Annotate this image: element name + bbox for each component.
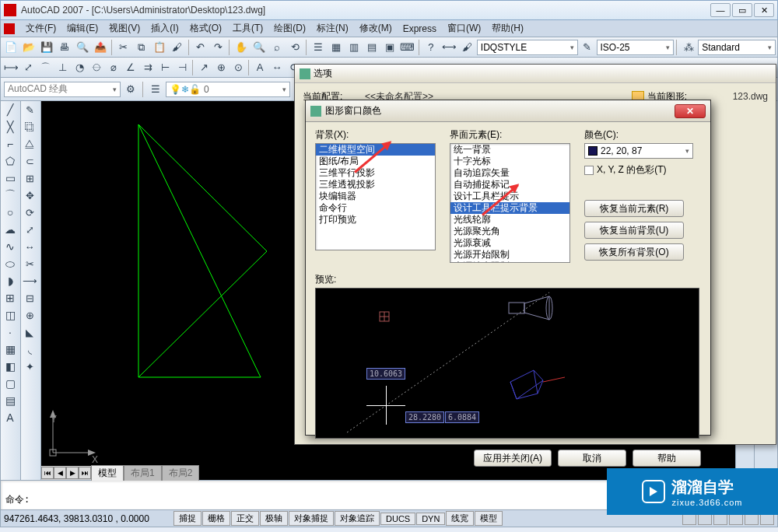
apply-close-button[interactable]: 应用并关闭(A): [474, 450, 552, 467]
menu-help[interactable]: 帮助(H): [487, 20, 528, 37]
preview-icon[interactable]: 🔍: [74, 39, 91, 56]
tab-prev-icon[interactable]: ◀: [54, 467, 66, 479]
rect-icon[interactable]: ▭: [1, 170, 19, 187]
tolerance-icon[interactable]: ⊕: [212, 59, 230, 76]
element-item[interactable]: 自动追踪矢量: [450, 167, 569, 179]
move-icon[interactable]: ✥: [21, 187, 38, 204]
lwt-toggle[interactable]: 线宽: [446, 511, 474, 526]
point-icon[interactable]: ·: [1, 324, 19, 341]
menu-express[interactable]: Express: [398, 22, 441, 36]
layer-props-icon[interactable]: ☰: [147, 81, 164, 98]
tab-next-icon[interactable]: ▶: [66, 467, 79, 479]
tab-model[interactable]: 模型: [91, 465, 124, 481]
markup-icon[interactable]: ▣: [381, 39, 398, 56]
xline-icon[interactable]: ╳: [1, 118, 19, 135]
context-listbox[interactable]: 二维模型空间图纸/布局三维平行投影三维透视投影块编辑器命令行打印预览: [315, 143, 436, 250]
ellipse-arc-icon[interactable]: ◗: [1, 272, 19, 289]
context-item[interactable]: 三维透视投影: [316, 179, 435, 191]
element-item[interactable]: 光源聚光角: [450, 226, 569, 237]
dim-aligned-icon[interactable]: ⤢: [19, 59, 37, 76]
join-icon[interactable]: ⊕: [21, 306, 38, 324]
workspace-select[interactable]: AutoCAD 经典 ▾: [4, 82, 121, 97]
array-icon[interactable]: ⊞: [21, 170, 38, 187]
region-icon[interactable]: ▢: [1, 375, 19, 392]
help-icon[interactable]: ?: [422, 39, 440, 56]
dim-arc-icon[interactable]: ⌒: [37, 59, 54, 76]
polygon-icon[interactable]: ⬠: [1, 152, 19, 170]
new-icon[interactable]: 📄: [2, 39, 19, 56]
grid-toggle[interactable]: 栅格: [202, 511, 230, 526]
undo-icon[interactable]: ↶: [192, 39, 209, 56]
pline-icon[interactable]: ⌐: [1, 135, 19, 152]
close-button[interactable]: ✕: [754, 3, 774, 17]
menu-edit[interactable]: 编辑(E): [62, 20, 103, 37]
block-icon[interactable]: ◫: [1, 306, 19, 324]
tab-layout1[interactable]: 布局1: [124, 465, 162, 481]
context-item[interactable]: 图纸/布局: [316, 156, 435, 167]
menu-file[interactable]: 文件(F): [21, 20, 61, 37]
dim-ordinate-icon[interactable]: ⊥: [54, 59, 71, 76]
save-icon[interactable]: 💾: [38, 39, 55, 56]
color-select[interactable]: 22, 20, 87 ▾: [584, 143, 693, 159]
fillet-icon[interactable]: ◟: [21, 341, 38, 358]
model-toggle[interactable]: 模型: [475, 511, 503, 526]
menu-view[interactable]: 视图(V): [104, 20, 145, 37]
offset-icon[interactable]: ⊂: [21, 152, 38, 170]
help-button[interactable]: 帮助: [633, 450, 701, 467]
explode-icon[interactable]: ✦: [21, 358, 38, 375]
menu-format[interactable]: 格式(O): [185, 20, 226, 37]
dyn-toggle[interactable]: DYN: [416, 513, 445, 525]
color-titlebar[interactable]: 图形窗口颜色 ✕: [306, 100, 710, 122]
menu-draw[interactable]: 绘图(D): [269, 20, 310, 37]
qdim-icon[interactable]: ⇉: [139, 59, 156, 76]
insert-icon[interactable]: ⊞: [1, 289, 19, 306]
element-item[interactable]: 设计工具栏提示背景: [450, 202, 569, 214]
ortho-toggle[interactable]: 正交: [231, 511, 259, 526]
props-icon[interactable]: ☰: [310, 39, 327, 56]
arc-icon[interactable]: ⌒: [1, 187, 19, 204]
extend-icon[interactable]: ⟶: [21, 272, 38, 289]
textstyle-select[interactable]: Standard ▾: [698, 40, 776, 55]
ellipse-icon[interactable]: ⬭: [1, 255, 19, 272]
plot-icon[interactable]: 🖶: [56, 39, 73, 56]
circle-icon[interactable]: ○: [1, 204, 19, 221]
sheet-icon[interactable]: ▤: [363, 39, 380, 56]
iso-select[interactable]: ISO-25 ▾: [597, 40, 675, 55]
continue-icon[interactable]: ⊣: [173, 59, 191, 76]
element-item[interactable]: 统一背景: [450, 144, 569, 156]
textstyle-icon[interactable]: ⁂: [680, 39, 697, 56]
match-icon[interactable]: 🖌: [169, 39, 186, 56]
pan-icon[interactable]: ✋: [233, 39, 250, 56]
dim-radius-icon[interactable]: ◔: [71, 59, 88, 76]
dim-lin-icon[interactable]: ⟷: [441, 39, 458, 56]
leader-icon[interactable]: ↗: [195, 59, 212, 76]
baseline-icon[interactable]: ⊢: [156, 59, 173, 76]
mirror-icon[interactable]: ⧋: [21, 135, 38, 152]
trim-icon[interactable]: ✂: [21, 255, 38, 272]
chamfer-icon[interactable]: ◣: [21, 324, 38, 341]
element-listbox[interactable]: 统一背景十字光标自动追踪矢量自动捕捉标记设计工具栏提示设计工具栏提示背景光线轮廓…: [450, 143, 570, 263]
element-item[interactable]: 光线轮廓: [450, 214, 569, 226]
menu-insert[interactable]: 插入(I): [146, 20, 183, 37]
line-icon[interactable]: ╱: [1, 101, 19, 118]
gradient-icon[interactable]: ◧: [1, 358, 19, 375]
snap-toggle[interactable]: 捕捉: [173, 511, 202, 526]
context-item[interactable]: 三维平行投影: [316, 167, 435, 179]
element-item[interactable]: 光源结束限制: [450, 261, 569, 263]
hatch-icon[interactable]: ▦: [1, 341, 19, 358]
spline-icon[interactable]: ∿: [1, 238, 19, 255]
zoom-prev-icon[interactable]: ⟲: [286, 39, 303, 56]
dim-linear-icon[interactable]: ⟼: [2, 59, 19, 76]
restore-element-button[interactable]: 恢复当前元素(R): [584, 200, 684, 217]
tab-first-icon[interactable]: ⏮: [41, 467, 54, 479]
dc-icon[interactable]: ▦: [328, 39, 345, 56]
tab-layout2[interactable]: 布局2: [162, 465, 200, 481]
maximize-button[interactable]: ▭: [732, 3, 752, 17]
dimtedit-icon[interactable]: ↔: [268, 59, 286, 76]
dimedit-icon[interactable]: A: [251, 59, 268, 76]
erase-icon[interactable]: ✎: [21, 101, 38, 118]
ws-settings-icon[interactable]: ⚙: [122, 81, 139, 98]
dim-jog-icon[interactable]: ⦵: [88, 59, 105, 76]
zoom-rt-icon[interactable]: 🔍: [251, 39, 268, 56]
mtext-icon[interactable]: A: [1, 409, 19, 426]
